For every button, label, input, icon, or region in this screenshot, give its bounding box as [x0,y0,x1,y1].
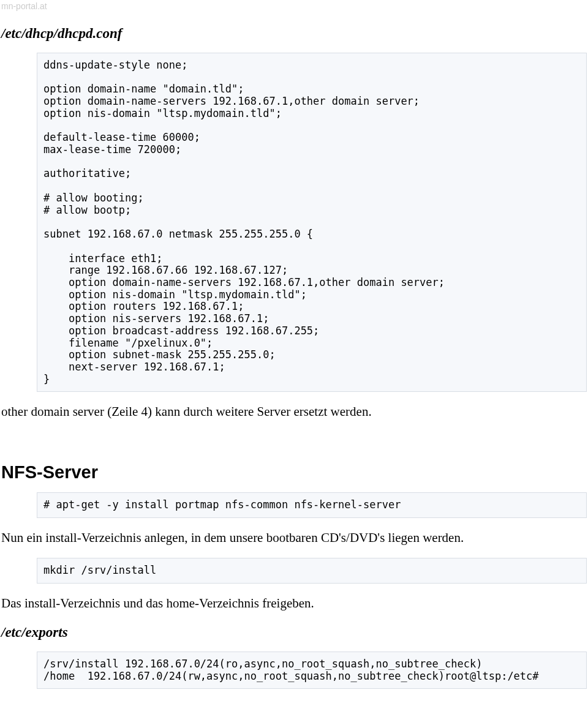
config-file-heading-exports: /etc/exports [1,625,588,640]
config-file-heading-dhcpd: /etc/dhcp/dhcpd.conf [1,26,588,42]
section-heading-nfs: NFS-Server [1,462,587,483]
code-block-mkdir: mkdir /srv/install [37,558,587,584]
paragraph-note-2: Nun ein install-Verzeichnis anlegen, in … [1,530,587,546]
code-block-dhcpd-conf: ddns-update-style none; option domain-na… [37,53,587,392]
code-block-apt-get: # apt-get -y install portmap nfs-common … [37,492,587,518]
code-block-exports: /srv/install 192.168.67.0/24(ro,async,no… [37,652,587,689]
watermark-text: mn-portal.at [0,0,588,12]
paragraph-note-1: other domain server (Zeile 4) kann durch… [1,404,587,419]
paragraph-note-3: Das install-Verzeichnis und das home-Ver… [1,596,587,611]
